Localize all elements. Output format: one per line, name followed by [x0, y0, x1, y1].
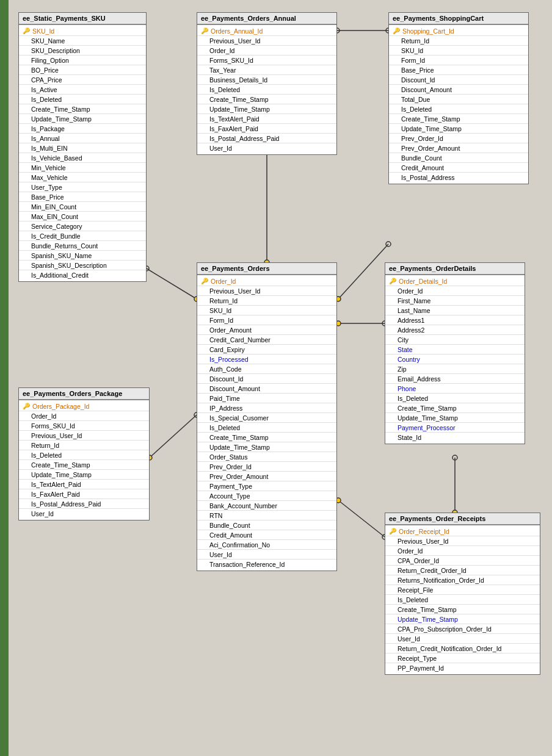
field-name: Min_Vehicle	[31, 164, 66, 171]
field-row: Address1	[385, 315, 525, 325]
field-row: Order_Id	[385, 286, 525, 296]
table-title-ee_Payments_ShoppingCart: ee_Payments_ShoppingCart	[389, 13, 528, 25]
field-row: Order_Id	[19, 411, 149, 421]
field-row: Country	[385, 355, 525, 364]
field-row: CPA_Pro_Subscription_Order_Id	[385, 624, 540, 634]
field-name: Receipt_File	[398, 586, 433, 594]
field-row: Auth_Code	[197, 364, 336, 374]
field-row: Bundle_Count	[197, 520, 336, 530]
pk-icon: 🔑	[389, 278, 396, 284]
field-name: Prev_Order_Id	[209, 463, 252, 470]
field-name: Previous_User_Id	[398, 538, 448, 545]
field-name: City	[398, 336, 409, 344]
field-row: Create_Time_Stamp	[19, 104, 146, 114]
pk-icon: 🔑	[389, 528, 396, 535]
field-row: Forms_SKU_Id	[197, 56, 336, 65]
field-name: PP_Payment_Id	[398, 664, 444, 672]
field-row: Max_EIN_Count	[19, 212, 146, 221]
field-name: Credit_Card_Number	[209, 336, 271, 344]
field-name: Prev_Order_Id	[401, 135, 443, 142]
table-fields-ee_Payments_Orders_Package: 🔑Orders_Package_IdOrder_IdForms_SKU_IdPr…	[19, 400, 149, 520]
field-row: Update_Time_Stamp	[385, 614, 540, 624]
field-name: Update_Time_Stamp	[209, 106, 270, 113]
field-name: User_Type	[31, 184, 62, 191]
table-ee_Payments_OrderDetails: ee_Payments_OrderDetails🔑Order_Details_I…	[385, 262, 525, 444]
pk-icon: 🔑	[23, 27, 30, 34]
pk-icon: 🔑	[201, 278, 208, 284]
field-name: Aci_Confirmation_No	[209, 541, 270, 549]
field-row: Is_Postal_Address_Paid	[19, 499, 149, 509]
field-row: Is_Special_Cusomer	[197, 413, 336, 423]
table-fields-ee_Payments_OrderDetails: 🔑Order_Details_IdOrder_IdFirst_NameLast_…	[385, 275, 525, 444]
field-row: SKU_Description	[19, 46, 146, 56]
field-name: Create_Time_Stamp	[398, 606, 456, 613]
field-row: User_Id	[385, 634, 540, 644]
field-row: Credit_Amount	[389, 163, 528, 173]
field-name: Phone	[398, 385, 416, 392]
field-name: User_Id	[31, 510, 54, 517]
field-row: Create_Time_Stamp	[197, 95, 336, 104]
field-name: Spanish_SKU_Description	[31, 262, 107, 269]
field-name: Is_Deleted	[209, 86, 240, 93]
field-name: Return_Id	[209, 297, 238, 304]
table-title-ee_Payments_Orders_Package: ee_Payments_Orders_Package	[19, 388, 149, 400]
pk-icon: 🔑	[201, 27, 208, 34]
field-name: State_Id	[398, 434, 421, 441]
field-row: Return_Id	[389, 36, 528, 46]
field-row: Create_Time_Stamp	[197, 433, 336, 442]
table-title-ee_Payments_Order_Receipts: ee_Payments_Order_Receipts	[385, 513, 540, 525]
field-name: Order_Id	[209, 47, 234, 54]
field-name: CPA_Price	[31, 76, 62, 84]
field-name: Address2	[398, 326, 424, 334]
field-row: State_Id	[385, 433, 525, 442]
field-row: City	[385, 335, 525, 345]
field-name: Is_TextAlert_Paid	[31, 481, 81, 488]
field-name: Discount_Id	[209, 375, 243, 383]
field-name: Email_Address	[398, 375, 441, 383]
field-name: Orders_Annual_Id	[211, 27, 263, 35]
field-name: Is_FaxAlert_Paid	[31, 491, 80, 498]
field-row: 🔑Order_Details_Id	[385, 276, 525, 286]
field-name: Card_Expiry	[209, 346, 245, 353]
field-name: IP_Address	[209, 405, 242, 412]
field-row: Is_Deleted	[197, 423, 336, 433]
field-name: State	[398, 346, 413, 353]
field-name: Update_Time_Stamp	[398, 616, 458, 623]
field-row: 🔑Order_Receipt_Id	[385, 527, 540, 536]
field-row: Return_Id	[19, 441, 149, 450]
table-fields-ee_Payments_Order_Receipts: 🔑Order_Receipt_IdPrevious_User_IdOrder_I…	[385, 525, 540, 674]
field-name: Forms_SKU_Id	[209, 57, 253, 64]
field-name: Zip	[398, 365, 407, 373]
field-name: Country	[398, 356, 420, 363]
field-row: Create_Time_Stamp	[385, 403, 525, 413]
field-row: Spanish_SKU_Description	[19, 261, 146, 270]
field-name: Is_Annual	[31, 135, 60, 142]
field-name: Tax_Year	[209, 67, 236, 74]
pk-icon: 🔑	[393, 27, 400, 34]
field-name: Order_Id	[211, 278, 236, 285]
field-name: Max_Vehicle	[31, 174, 68, 181]
field-name: Return_Credit_Order_Id	[398, 567, 467, 574]
field-name: Order_Amount	[209, 326, 252, 334]
field-name: Order_Id	[31, 412, 56, 420]
table-title-ee_Payments_Orders: ee_Payments_Orders	[197, 263, 336, 275]
field-name: Service_Category	[31, 223, 82, 230]
field-row: Max_Vehicle	[19, 173, 146, 182]
field-row: Return_Id	[197, 296, 336, 306]
field-row: Form_Id	[197, 315, 336, 325]
field-row: Forms_SKU_Id	[19, 421, 149, 431]
field-name: Order_Id	[398, 547, 423, 555]
field-name: RTN	[209, 512, 222, 519]
field-row: User_Type	[19, 182, 146, 192]
field-name: Max_EIN_Count	[31, 213, 78, 220]
field-row: Is_Vehicle_Based	[19, 153, 146, 163]
field-row: Form_Id	[389, 56, 528, 65]
field-row: Returns_Notification_Order_Id	[385, 575, 540, 585]
field-name: Is_Vehicle_Based	[31, 154, 82, 162]
field-name: Is_Deleted	[398, 596, 428, 603]
field-row: Is_Processed	[197, 355, 336, 364]
field-row: 🔑Orders_Package_Id	[19, 401, 149, 411]
field-name: Business_Details_Id	[209, 76, 267, 84]
field-row: PP_Payment_Id	[385, 663, 540, 673]
field-name: First_Name	[398, 297, 430, 304]
